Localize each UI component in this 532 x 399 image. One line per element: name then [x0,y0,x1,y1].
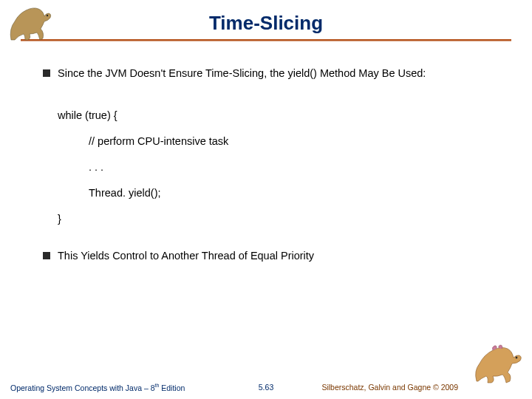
bullet-text-1: Since the JVM Doesn't Ensure Time-Slicin… [58,66,426,81]
dinosaur-right-icon [471,343,526,386]
dinosaur-left-icon [7,3,59,44]
code-line-4: Thread. yield(); [89,185,495,201]
code-line-1: while (true) { [58,108,495,123]
code-line-3: . . . [89,160,495,175]
code-line-2: // perform CPU-intensive task [89,134,495,149]
slide-title: Time-Slicing [0,0,532,39]
bullet-item-1: Since the JVM Doesn't Ensure Time-Slicin… [43,66,495,81]
bullet-item-2: This Yields Control to Another Thread of… [43,249,495,264]
code-block: while (true) { // perform CPU-intensive … [58,108,495,227]
footer-left: Operating System Concepts with Java – 8t… [10,383,185,392]
square-bullet-icon [43,252,50,259]
footer-left-a: Operating System Concepts with Java – 8 [10,383,155,392]
content-area: Since the JVM Doesn't Ensure Time-Slicin… [0,41,532,263]
svg-point-1 [516,357,518,359]
code-line-5: } [58,211,495,227]
footer-left-b: Edition [159,383,185,392]
square-bullet-icon [43,69,50,77]
code-indent: // perform CPU-intensive task . . . Thre… [89,134,495,201]
svg-point-0 [47,15,48,16]
bullet-text-2: This Yields Control to Another Thread of… [58,249,314,264]
slide: Time-Slicing Since the JVM Doesn't Ensur… [0,0,532,399]
footer-right: Silberschatz, Galvin and Gagne © 2009 [321,383,458,392]
footer-center: 5.63 [259,383,273,392]
